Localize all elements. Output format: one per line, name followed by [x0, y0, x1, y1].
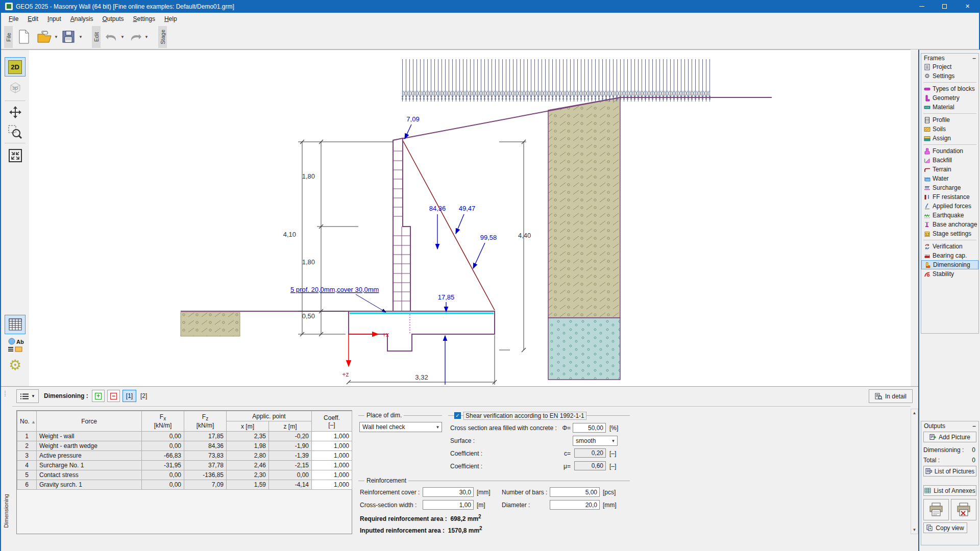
- menu-help[interactable]: Help: [160, 14, 182, 24]
- list-of-annexes-button[interactable]: List of Annexes: [923, 485, 976, 496]
- table-row[interactable]: 1Weight - wall0,0017,852,35-0,201,000: [17, 432, 352, 441]
- print-button[interactable]: [923, 499, 949, 520]
- menu-settings[interactable]: Settings: [129, 14, 160, 24]
- new-file-button[interactable]: [15, 28, 33, 45]
- shear-verification-checkbox[interactable]: ✓: [454, 412, 461, 419]
- dimensioning-panel-tab[interactable]: Dimensioning: [1, 488, 11, 534]
- col-header-fx[interactable]: Fx[kN/m]: [142, 411, 184, 432]
- redo-dropdown-icon[interactable]: ▼: [144, 35, 149, 39]
- shear-verification-label[interactable]: Shear verification according to EN 1992-…: [463, 412, 586, 420]
- sidebar-item-water[interactable]: Water: [921, 174, 978, 183]
- dimensioning-tab-1[interactable]: [1]: [122, 390, 136, 402]
- scroll-up-icon[interactable]: ▲: [911, 409, 918, 417]
- view-mode-button[interactable]: ▼: [16, 389, 39, 403]
- undo-dropdown-icon[interactable]: ▼: [120, 35, 125, 39]
- col-header-no[interactable]: No. ▲: [17, 411, 37, 432]
- fit-view-button[interactable]: [5, 146, 26, 165]
- maximize-button[interactable]: [933, 0, 956, 13]
- remove-dimensioning-button[interactable]: −: [107, 390, 120, 402]
- sidebar-item-geometry[interactable]: Geometry: [921, 93, 978, 103]
- number-of-bars-input[interactable]: 5,00: [550, 487, 600, 497]
- open-file-button[interactable]: [36, 28, 53, 45]
- sidebar-item-stage-settings[interactable]: 12Stage settings: [921, 229, 978, 238]
- coefficient-c-input: 0,20: [574, 448, 606, 458]
- sidebar-item-material[interactable]: Material: [921, 103, 978, 112]
- col-header-coeff[interactable]: Coeff.[–]: [312, 411, 352, 432]
- open-dropdown-icon[interactable]: ▼: [54, 35, 58, 39]
- dimensioning-tab-2[interactable]: [2]: [140, 392, 147, 399]
- applied-forces-icon: [924, 203, 930, 210]
- col-header-x[interactable]: x [m]: [227, 421, 269, 432]
- sidebar-item-settings[interactable]: ⚙Settings: [921, 71, 978, 81]
- print-preview-button[interactable]: [951, 499, 976, 520]
- cross-section-width-unit: [m]: [477, 502, 485, 509]
- place-of-dim-select[interactable]: Wall heel check▼: [359, 422, 442, 432]
- col-header-fz[interactable]: Fz[kN/m]: [184, 411, 227, 432]
- sidebar-item-earthquake[interactable]: Earthquake: [921, 211, 978, 220]
- outputs-minimize-icon[interactable]: –: [972, 422, 976, 430]
- col-header-z[interactable]: z [m]: [269, 421, 312, 432]
- sidebar-item-foundation[interactable]: Foundation: [921, 146, 978, 156]
- save-button[interactable]: [60, 28, 77, 45]
- concrete-area-input[interactable]: 50,00: [573, 423, 606, 433]
- coefficient-mu-input: 0,60: [574, 461, 606, 470]
- table-view-button[interactable]: [5, 315, 26, 334]
- table-row[interactable]: 3Active pressure-66,8373,832,80-1,391,00…: [17, 451, 352, 461]
- sidebar-item-soils[interactable]: Soils: [921, 124, 978, 134]
- menu-edit[interactable]: Edit: [23, 14, 43, 24]
- zoom-select-button[interactable]: [5, 122, 26, 142]
- drawing-canvas[interactable]: 1,80 4,10 1,80 0,50 4,40 3,32 7,09 84,36…: [29, 49, 911, 386]
- pan-button[interactable]: [5, 103, 26, 122]
- menu-analysis[interactable]: Analysis: [66, 14, 98, 24]
- menu-file[interactable]: File: [4, 14, 23, 24]
- col-header-force[interactable]: Force: [37, 411, 142, 432]
- add-picture-button[interactable]: Add Picture: [923, 432, 976, 442]
- sidebar-item-base-anchorage[interactable]: Base anchorage: [921, 220, 978, 229]
- minimize-button[interactable]: [910, 0, 933, 13]
- redo-button[interactable]: [127, 28, 144, 45]
- table-row[interactable]: 5Contact stress0,00-136,852,300,001,000: [17, 470, 352, 480]
- view-3d-button[interactable]: 3D: [5, 78, 26, 97]
- sidebar-item-stability[interactable]: Stability: [921, 269, 978, 279]
- add-dimensioning-button[interactable]: +: [92, 390, 105, 402]
- in-detail-button[interactable]: In detail: [869, 389, 913, 403]
- sidebar-item-applied-forces[interactable]: Applied forces: [921, 202, 978, 211]
- panel-grip[interactable]: ⁞: [4, 390, 5, 398]
- view-2d-button[interactable]: 2D: [5, 57, 26, 77]
- sidebar-item-verification[interactable]: Verification: [921, 242, 978, 251]
- frames-minimize-icon[interactable]: –: [972, 55, 976, 62]
- sidebar-item-profile[interactable]: Profile: [921, 115, 978, 124]
- drawing-settings-button[interactable]: Ab: [5, 336, 26, 355]
- save-dropdown-icon[interactable]: ▼: [79, 35, 83, 39]
- panel-scrollbar[interactable]: ▲ ▼: [911, 409, 918, 534]
- cross-section-width-input[interactable]: 1,00: [423, 500, 474, 510]
- sidebar-item-dimensioning[interactable]: Dimensioning: [921, 260, 978, 269]
- sidebar-item-terrain[interactable]: Terrain: [921, 165, 978, 174]
- close-button[interactable]: ✕: [956, 0, 979, 13]
- scroll-down-icon[interactable]: ▼: [911, 526, 918, 534]
- undo-button[interactable]: [103, 28, 120, 45]
- table-row[interactable]: 6Gravity surch. 10,007,091,59-4,141,000: [17, 480, 352, 490]
- menu-input[interactable]: Input: [43, 14, 66, 24]
- sidebar-item-ff-resistance[interactable]: FF resistance: [921, 192, 978, 202]
- coefficient-mu-unit: [–]: [609, 463, 616, 470]
- settings-gear-button[interactable]: ⚙: [5, 355, 26, 374]
- table-row[interactable]: 2Weight - earth wedge0,0084,361,98-1,901…: [17, 441, 352, 451]
- menu-outputs[interactable]: Outputs: [97, 14, 128, 24]
- copy-view-button[interactable]: Copy view: [923, 522, 967, 533]
- sidebar-item-project[interactable]: Project: [921, 62, 978, 71]
- app-icon: [5, 3, 13, 10]
- material-icon: [924, 104, 930, 111]
- surface-select[interactable]: smooth▼: [573, 436, 618, 446]
- sidebar-item-bearing-cap[interactable]: Bearing cap.: [921, 251, 978, 260]
- reinforcement-cover-input[interactable]: 30,0: [423, 487, 474, 497]
- title-bar: GEO5 2025 - Masonry Wall (64 bit) [Fine …: [1, 0, 979, 13]
- sidebar-item-backfill[interactable]: Backfill: [921, 156, 978, 165]
- col-header-applic-point[interactable]: Applic. point: [227, 411, 312, 421]
- sidebar-item-surcharge[interactable]: Surcharge: [921, 183, 978, 192]
- diameter-input[interactable]: 20,0: [550, 500, 600, 510]
- sidebar-item-assign[interactable]: Assign: [921, 134, 978, 143]
- sidebar-item-types-of-blocks[interactable]: Types of blocks: [921, 84, 978, 93]
- table-row[interactable]: 4Surcharge No. 1-31,9537,782,46-2,151,00…: [17, 461, 352, 470]
- list-of-pictures-button[interactable]: List of Pictures: [923, 466, 976, 477]
